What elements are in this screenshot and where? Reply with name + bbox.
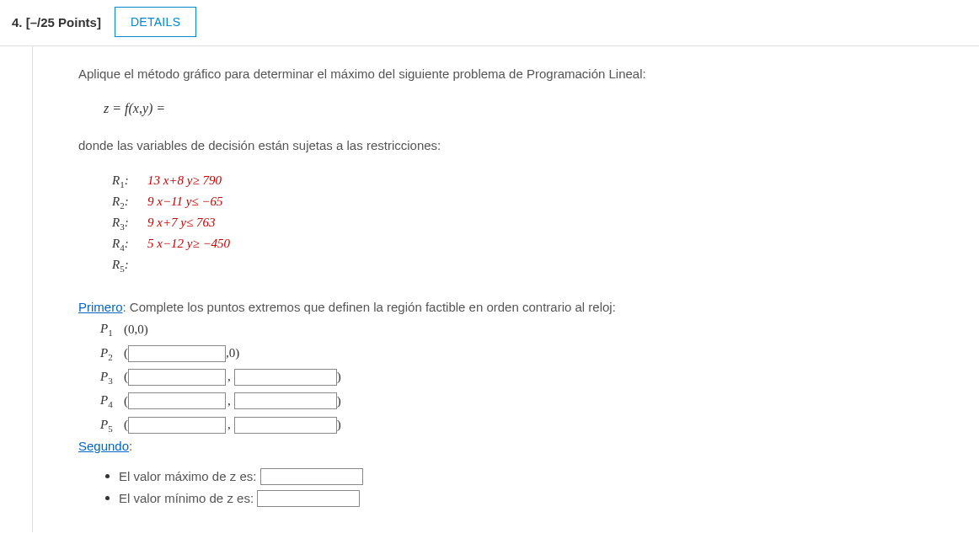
max-value-item: El valor máximo de z es: <box>119 468 925 485</box>
results-list: El valor máximo de z es: El valor mínimo… <box>104 468 925 507</box>
p3-label: P3 <box>100 365 124 389</box>
p3-y-input[interactable] <box>234 369 337 386</box>
primero-label: Primero <box>78 300 123 314</box>
comma: , <box>226 413 234 437</box>
p2-suffix: ,0) <box>226 342 239 365</box>
constraint-row: R2: 9 x−11 y≤ −65 <box>112 192 925 213</box>
constraint-expression: 5 x−12 y≥ −450 <box>147 234 230 255</box>
p5-y-input[interactable] <box>234 417 337 434</box>
constraint-row: R1: 13 x+8 y≥ 790 <box>112 171 925 192</box>
p4-x-input[interactable] <box>128 392 226 409</box>
segundo-colon: : <box>129 439 132 453</box>
question-content: Aplique el método gráfico para determina… <box>32 46 925 532</box>
p3-x-input[interactable] <box>128 369 226 386</box>
point-p4: P4 ( , ) <box>100 389 925 413</box>
p2-label: P2 <box>100 342 124 365</box>
details-button[interactable]: DETAILS <box>115 7 196 37</box>
constraint-label: R4: <box>112 234 136 255</box>
constraint-label: R5: <box>112 255 136 276</box>
qnum-digit: 4. <box>12 15 23 29</box>
min-value-input[interactable] <box>257 490 360 507</box>
close-paren: ) <box>337 413 341 437</box>
decision-variables-text: donde las variables de decisión están su… <box>78 138 925 152</box>
constraint-label: R3: <box>112 213 136 234</box>
constraints-block: R1: 13 x+8 y≥ 790 R2: 9 x−11 y≤ −65 R3: … <box>112 171 925 276</box>
comma: , <box>226 390 234 413</box>
point-p5: P5 ( , ) <box>100 413 925 437</box>
constraint-expression: 13 x+8 y≥ 790 <box>147 171 222 192</box>
point-p1: P1 (0,0) <box>100 317 925 341</box>
point-p3: P3 ( , ) <box>100 365 925 389</box>
constraint-expression: 9 x−11 y≤ −65 <box>147 192 222 213</box>
close-paren: ) <box>337 390 341 413</box>
constraint-row: R5: <box>112 255 925 276</box>
p1-coords: (0,0) <box>124 318 148 342</box>
p1-label: P1 <box>100 317 124 341</box>
p4-label: P4 <box>100 389 124 413</box>
close-paren: ) <box>337 365 341 389</box>
comma: , <box>226 365 234 389</box>
primero-heading: Primero: Complete los puntos extremos qu… <box>78 300 925 314</box>
max-value-input[interactable] <box>260 468 363 485</box>
constraint-expression: 9 x+7 y≤ 763 <box>147 213 215 234</box>
p4-y-input[interactable] <box>234 392 337 409</box>
constraint-row: R3: 9 x+7 y≤ 763 <box>112 213 925 234</box>
question-header: 4. [–/25 Points] DETAILS <box>0 0 979 46</box>
primero-rest: : Complete los puntos extremos que defin… <box>123 300 616 314</box>
p5-label: P5 <box>100 413 124 437</box>
constraint-label: R2: <box>112 192 136 213</box>
p2-x-input[interactable] <box>128 345 226 362</box>
qnum-points: [–/25 Points] <box>26 15 101 29</box>
question-number: 4. [–/25 Points] <box>12 15 101 29</box>
min-value-item: El valor mínimo de z es: <box>119 490 925 507</box>
problem-prompt: Aplique el método gráfico para determina… <box>78 67 925 81</box>
segundo-heading: Segundo <box>78 439 129 453</box>
max-value-label: El valor máximo de z es: <box>119 468 256 483</box>
min-value-label: El valor mínimo de z es: <box>119 490 254 504</box>
point-p2: P2 ( ,0) <box>100 342 925 365</box>
p5-x-input[interactable] <box>128 417 226 434</box>
objective-function: z = f(x,y) = <box>104 101 925 116</box>
constraint-row: R4: 5 x−12 y≥ −450 <box>112 234 925 255</box>
constraint-label: R1: <box>112 171 136 192</box>
extreme-points: P1 (0,0) P2 ( ,0) P3 ( , ) P4 ( , ) P5 ( <box>100 317 925 437</box>
